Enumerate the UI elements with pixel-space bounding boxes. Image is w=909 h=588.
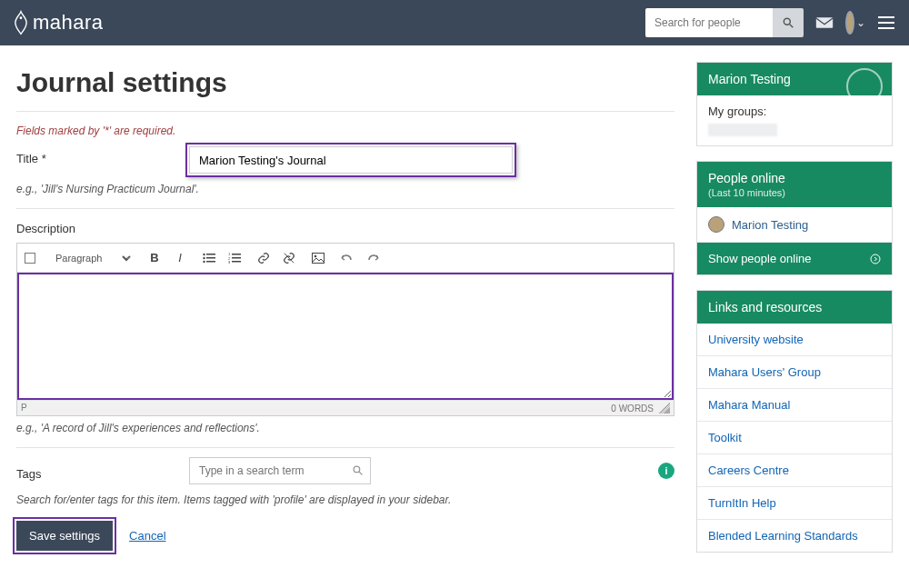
fullscreen-icon[interactable]: [25, 253, 35, 264]
svg-text:3: 3: [228, 260, 231, 264]
svg-rect-12: [206, 261, 215, 263]
link-item[interactable]: University website: [697, 324, 892, 355]
resize-handle-icon[interactable]: [659, 403, 670, 414]
mahara-icon: [13, 10, 29, 35]
messages-icon[interactable]: [814, 13, 834, 33]
image-button[interactable]: [310, 250, 326, 266]
title-hint: e.g., 'Jill's Nursing Practicum Journal'…: [16, 183, 674, 195]
svg-point-1: [784, 18, 790, 25]
link-item[interactable]: Mahara Manual: [697, 388, 892, 421]
links-title: Links and resources: [708, 300, 822, 314]
user-name: Marion Testing: [708, 72, 791, 86]
show-people-online[interactable]: Show people online: [697, 242, 892, 274]
unlink-button[interactable]: [281, 250, 297, 266]
number-list-button[interactable]: 123: [226, 250, 243, 266]
link-item[interactable]: Blended Learning Standards: [697, 519, 892, 552]
avatar-icon: [845, 11, 854, 35]
svg-point-21: [315, 254, 317, 257]
italic-button[interactable]: I: [172, 250, 188, 266]
description-textarea[interactable]: [19, 274, 672, 398]
user-card: Marion Testing My groups:: [696, 62, 893, 146]
bullet-list-button[interactable]: [201, 250, 217, 266]
svg-rect-8: [206, 254, 215, 255]
page-title: Journal settings: [16, 67, 674, 98]
link-item[interactable]: Careers Centre: [697, 453, 892, 486]
global-search: [645, 8, 804, 37]
paragraph-select[interactable]: Paragraph: [48, 250, 134, 266]
search-icon: [782, 16, 794, 29]
online-person-name: Marion Testing: [732, 218, 808, 232]
people-online-title: People online: [708, 171, 785, 185]
svg-rect-16: [232, 257, 241, 259]
hamburger-menu[interactable]: [876, 13, 896, 33]
groups-label: My groups:: [708, 105, 881, 118]
svg-point-0: [20, 16, 23, 19]
svg-point-7: [203, 253, 205, 254]
undo-button[interactable]: [339, 250, 355, 266]
links-card: Links and resources University website M…: [696, 290, 893, 553]
redo-button[interactable]: [365, 250, 381, 266]
description-label: Description: [16, 222, 674, 241]
svg-rect-4: [878, 16, 894, 18]
search-button[interactable]: [773, 8, 804, 37]
svg-point-9: [203, 256, 205, 258]
bold-button[interactable]: B: [146, 250, 163, 266]
link-item[interactable]: Mahara Users' Group: [697, 355, 892, 388]
link-item[interactable]: TurnItIn Help: [697, 486, 892, 519]
avatar-large: [846, 68, 883, 105]
tags-help-icon[interactable]: i: [658, 463, 674, 479]
svg-rect-6: [878, 27, 894, 29]
search-input[interactable]: [645, 8, 773, 37]
people-online-subtitle: (Last 10 minutes): [708, 187, 881, 198]
svg-rect-5: [878, 22, 894, 24]
svg-rect-3: [816, 17, 833, 28]
editor-path: P: [21, 403, 27, 414]
required-note: Fields marked by '*' are required.: [16, 125, 674, 137]
cancel-link[interactable]: Cancel: [129, 529, 165, 543]
tags-input[interactable]: [189, 457, 371, 484]
svg-rect-20: [313, 253, 325, 263]
svg-rect-10: [206, 257, 215, 259]
tags-hint: Search for/enter tags for this item. Ite…: [16, 493, 674, 506]
title-input[interactable]: [189, 146, 513, 174]
brand-logo[interactable]: mahara: [13, 10, 104, 35]
arrow-right-icon: [870, 254, 881, 264]
user-menu[interactable]: ⌄: [845, 13, 865, 33]
chevron-down-icon: ⌄: [856, 16, 865, 29]
link-button[interactable]: [255, 250, 272, 266]
save-button[interactable]: Save settings: [16, 521, 113, 551]
people-online-card: People online (Last 10 minutes) Marion T…: [696, 161, 893, 275]
title-label: Title *: [16, 146, 189, 165]
svg-rect-14: [232, 254, 241, 255]
link-item[interactable]: Toolkit: [697, 421, 892, 453]
word-count: 0 WORDS: [611, 404, 654, 414]
svg-line-2: [790, 25, 794, 28]
tags-label: Tags: [16, 462, 189, 481]
svg-point-11: [203, 260, 205, 262]
group-name-blurred: [708, 124, 777, 136]
description-hint: e.g., 'A record of Jill's experiences an…: [16, 422, 674, 434]
svg-point-24: [871, 254, 880, 264]
svg-rect-18: [232, 261, 241, 263]
brand-text: mahara: [33, 11, 104, 35]
online-person-row[interactable]: Marion Testing: [697, 207, 892, 242]
avatar-icon: [708, 216, 724, 233]
rich-text-editor: Paragraph B I 123: [16, 243, 674, 416]
